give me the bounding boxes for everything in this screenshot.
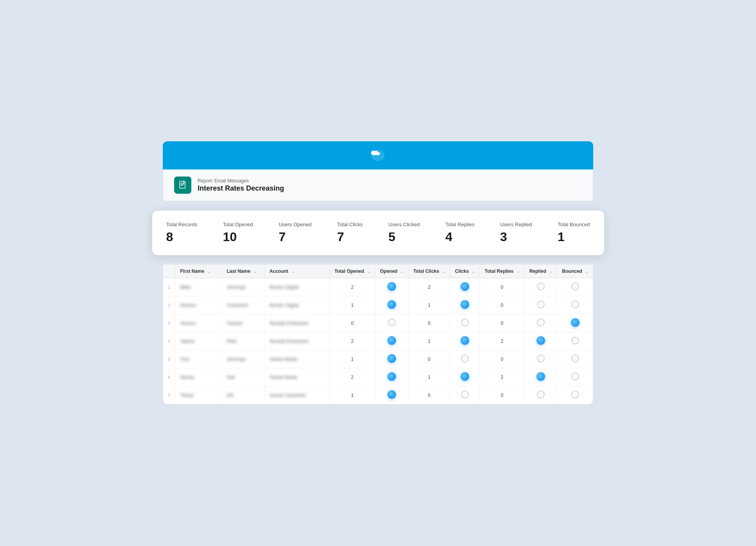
clicks <box>450 314 480 332</box>
first-name: Miles <box>175 278 222 296</box>
main-container: Report: Email Messages Interest Rates De… <box>163 141 593 405</box>
dot-empty <box>571 301 579 308</box>
stat-value: 1 <box>558 230 565 244</box>
sort-icon-lastname[interactable]: ⌄ <box>253 269 256 274</box>
header-row: First Name ⌄ Last Name ⌄ Account ⌄ Total… <box>163 265 593 278</box>
stat-item-total-clicks: Total Clicks 7 <box>337 222 363 244</box>
account: Nevada Enterprise <box>265 314 329 332</box>
stat-label: Total Clicks <box>337 222 363 227</box>
col-bounced[interactable]: Bounced ⌄ <box>557 265 593 278</box>
last-name: Hansen <box>222 314 265 332</box>
dot-empty <box>537 319 545 326</box>
stats-card: Total Records 8 Total Opened 10 Users Op… <box>152 211 604 255</box>
account: Benton Digital <box>265 278 329 296</box>
sort-icon-firstname[interactable]: ⌄ <box>207 269 210 274</box>
dot-empty <box>571 355 579 362</box>
dot-filled <box>461 336 469 345</box>
replied <box>524 296 557 314</box>
opened <box>375 332 408 350</box>
stat-label: Users Clicked <box>389 222 420 227</box>
stat-value: 5 <box>389 230 396 244</box>
dot-filled <box>536 336 545 345</box>
dot-filled <box>461 372 469 381</box>
stat-value: 7 <box>337 230 344 244</box>
clicks <box>450 332 480 350</box>
sort-icon-account[interactable]: ⌄ <box>291 269 294 274</box>
first-name: Jessica <box>175 314 222 332</box>
dot-empty <box>537 355 545 362</box>
stat-item-total-records: Total Records 8 <box>166 222 197 244</box>
replied <box>524 314 557 332</box>
bounced <box>557 350 593 368</box>
first-name: Sidney <box>175 368 222 386</box>
col-total-clicks[interactable]: Total Clicks ⌄ <box>408 265 450 278</box>
row-number: 5 <box>163 350 175 368</box>
opened <box>375 296 408 314</box>
col-account[interactable]: Account ⌄ <box>265 265 329 278</box>
stat-value: 10 <box>223 230 237 244</box>
salesforce-logo <box>368 148 388 162</box>
stat-label: Users Replied <box>500 222 532 227</box>
col-total-replies[interactable]: Total Replies ⌄ <box>480 265 524 278</box>
table-row: 4 Valeria Reid Nevada Enterprise 2 1 2 <box>163 332 593 350</box>
total-clicks: 2 <box>408 278 450 296</box>
sort-icon-opened[interactable]: ⌄ <box>400 269 403 274</box>
dot-empty <box>388 319 396 326</box>
row-number: 3 <box>163 314 175 332</box>
total-replies: 2 <box>480 332 524 350</box>
stat-item-users-opened: Users Opened 7 <box>279 222 311 244</box>
dot-filled <box>536 372 545 381</box>
bounced <box>557 368 593 386</box>
total-clicks: 0 <box>408 350 450 368</box>
table-row: 3 Jessica Hansen Nevada Enterprise 0 0 0 <box>163 314 593 332</box>
replied <box>524 386 557 404</box>
sort-icon-total-replies[interactable]: ⌄ <box>517 269 520 274</box>
last-name: Chambers <box>222 296 265 314</box>
stat-item-total-opened: Total Opened 10 <box>223 222 253 244</box>
sort-icon-clicks[interactable]: ⌄ <box>472 269 475 274</box>
row-number: 7 <box>163 386 175 404</box>
col-last-name[interactable]: Last Name ⌄ <box>222 265 265 278</box>
col-total-opened[interactable]: Total Opened ⌄ <box>329 265 375 278</box>
col-opened[interactable]: Opened ⌄ <box>375 265 408 278</box>
last-name: Reid <box>222 332 265 350</box>
account: Garner Industries <box>265 386 329 404</box>
total-opened: 1 <box>329 296 375 314</box>
account: Benton Digital <box>265 296 329 314</box>
total-opened: 1 <box>329 386 375 404</box>
sort-icon-total-clicks[interactable]: ⌄ <box>442 269 445 274</box>
stat-value: 3 <box>500 230 507 244</box>
table-row: 7 Tobias Hill Garner Industries 1 0 0 <box>163 386 593 404</box>
total-replies: 0 <box>480 350 524 368</box>
dot-filled <box>461 300 469 309</box>
first-name: Dolores <box>175 296 222 314</box>
document-icon <box>178 180 187 190</box>
dot-filled <box>387 390 396 399</box>
first-name: Valeria <box>175 332 222 350</box>
clicks <box>450 386 480 404</box>
account: Global Media <box>265 368 329 386</box>
sort-icon-replied[interactable]: ⌄ <box>549 269 552 274</box>
col-replied[interactable]: Replied ⌄ <box>524 265 557 278</box>
table-row: 6 Sidney Hall Global Media 2 1 2 <box>163 368 593 386</box>
first-name: Tobias <box>175 386 222 404</box>
table-row: 2 Dolores Chambers Benton Digital 1 1 0 <box>163 296 593 314</box>
replied <box>524 368 557 386</box>
stat-value: 4 <box>445 230 452 244</box>
dot-filled <box>387 336 396 345</box>
total-clicks: 0 <box>408 314 450 332</box>
total-clicks: 0 <box>408 386 450 404</box>
col-clicks[interactable]: Clicks ⌄ <box>450 265 480 278</box>
dot-filled <box>387 372 396 381</box>
col-first-name[interactable]: First Name ⌄ <box>175 265 222 278</box>
dot-filled <box>387 354 396 363</box>
sort-icon-bounced[interactable]: ⌄ <box>585 269 588 274</box>
svg-rect-1 <box>180 181 185 188</box>
sort-icon-total-opened[interactable]: ⌄ <box>367 269 370 274</box>
table-row: 5 Tina Jennings Global Media 1 0 0 <box>163 350 593 368</box>
dot-empty <box>571 373 579 380</box>
total-opened: 1 <box>329 350 375 368</box>
stat-item-users-clicked: Users Clicked 5 <box>389 222 420 244</box>
total-replies: 0 <box>480 386 524 404</box>
table-row: 1 Miles Jennings Benton Digital 2 2 0 <box>163 278 593 296</box>
